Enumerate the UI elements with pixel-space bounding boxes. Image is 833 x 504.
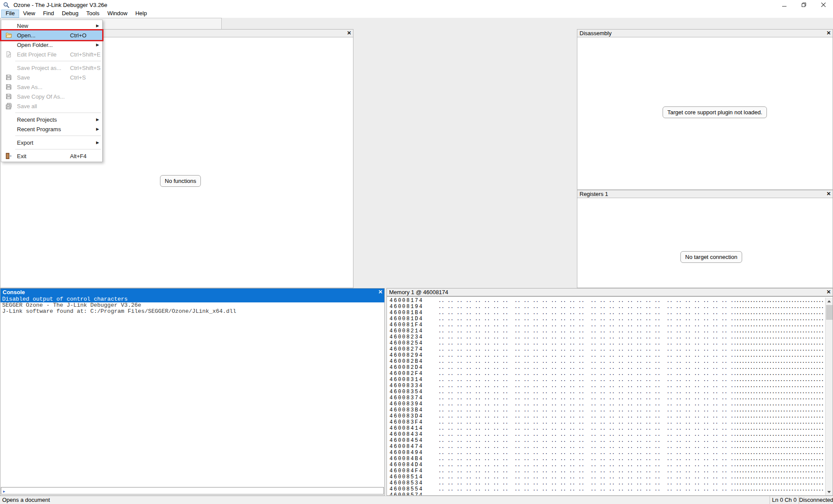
- memory-row[interactable]: 46008314.. .. .. .. .. .. .. .. .. .. ..…: [387, 377, 825, 383]
- memory-row[interactable]: 46008214.. .. .. .. .. .. .. .. .. .. ..…: [387, 328, 825, 334]
- memory-row[interactable]: 460082F4.. .. .. .. .. .. .. .. .. .. ..…: [387, 371, 825, 377]
- menu-item-open-folder[interactable]: Open Folder...▶: [1, 40, 102, 50]
- memory-scrollbar[interactable]: [825, 298, 833, 495]
- memory-hex-bytes: .. .. .. .. .. .. .. .. .. .. .. .. .. .…: [438, 425, 736, 431]
- memory-hex-bytes: .. .. .. .. .. .. .. .. .. .. .. .. .. .…: [438, 407, 736, 413]
- memory-row[interactable]: 46008254.. .. .. .. .. .. .. .. .. .. ..…: [387, 340, 825, 346]
- memory-row[interactable]: 46008514.. .. .. .. .. .. .. .. .. .. ..…: [387, 474, 825, 480]
- console-line[interactable]: J-Link software found at: C:/Program Fil…: [0, 308, 384, 315]
- console-panel-header: Console ✕: [0, 288, 384, 296]
- memory-row[interactable]: 460082D4.. .. .. .. .. .. .. .. .. .. ..…: [387, 365, 825, 371]
- memory-row[interactable]: 460084B4.. .. .. .. .. .. .. .. .. .. ..…: [387, 456, 825, 462]
- workspace: ✕ No functions Disassembly ✕ Target core…: [0, 18, 833, 496]
- menu-item-recent-projects[interactable]: Recent Projects▶: [1, 115, 102, 124]
- menu-item-label: Open Folder...: [17, 42, 53, 48]
- memory-address: 46008334: [387, 383, 438, 389]
- memory-address: 46008294: [387, 352, 438, 358]
- memory-ascii: ................................: [736, 340, 825, 346]
- memory-row[interactable]: 460082B4.. .. .. .. .. .. .. .. .. .. ..…: [387, 358, 825, 365]
- memory-row[interactable]: 46008274.. .. .. .. .. .. .. .. .. .. ..…: [387, 346, 825, 352]
- menubar-item-window[interactable]: Window: [103, 10, 131, 18]
- memory-hex-bytes: .. .. .. .. .. .. .. .. .. .. .. .. .. .…: [438, 358, 736, 365]
- menu-item-open[interactable]: Open...Ctrl+O: [1, 30, 102, 40]
- memory-row[interactable]: 46008394.. .. .. .. .. .. .. .. .. .. ..…: [387, 401, 825, 407]
- restore-button[interactable]: [794, 0, 813, 10]
- scrollbar-thumb[interactable]: [826, 305, 833, 320]
- title-bar: Ozone - The J-Link Debugger V3.26e: [0, 0, 833, 10]
- status-bar: Opens a document Ln 0 Ch 0 Disconnected: [0, 496, 833, 504]
- menu-separator: [1, 147, 102, 151]
- memory-hex-bytes: .. .. .. .. .. .. .. .. .. .. .. .. .. .…: [438, 401, 736, 407]
- memory-ascii: ................................: [736, 431, 825, 438]
- file-menu: New▶Open...Ctrl+OOpen Folder...▶Edit Pro…: [1, 20, 103, 162]
- memory-address: 46008494: [387, 450, 438, 456]
- memory-hex-bytes: .. .. .. .. .. .. .. .. .. .. .. .. .. .…: [438, 328, 736, 334]
- memory-address: 46008174: [387, 298, 438, 304]
- memory-row[interactable]: 46008294.. .. .. .. .. .. .. .. .. .. ..…: [387, 352, 825, 358]
- memory-address: 46008374: [387, 395, 438, 401]
- submenu-arrow-icon: ▶: [96, 43, 99, 47]
- memory-ascii: ................................: [736, 438, 825, 444]
- memory-row[interactable]: 46008174.. .. .. .. .. .. .. .. .. .. ..…: [387, 298, 825, 304]
- scroll-down-icon[interactable]: [826, 488, 833, 495]
- memory-address: 46008274: [387, 346, 438, 352]
- menu-item-new[interactable]: New▶: [1, 21, 102, 30]
- memory-row[interactable]: 460081F4.. .. .. .. .. .. .. .. .. .. ..…: [387, 322, 825, 328]
- menubar-item-debug[interactable]: Debug: [58, 10, 82, 18]
- memory-hex-bytes: .. .. .. .. .. .. .. .. .. .. .. .. .. .…: [438, 316, 736, 322]
- memory-row[interactable]: 46008574.. .. .. .. .. .. .. .. .. .. ..…: [387, 492, 825, 495]
- close-icon[interactable]: ✕: [826, 30, 831, 37]
- memory-address: 460083D4: [387, 413, 438, 419]
- menubar-item-tools[interactable]: Tools: [83, 10, 103, 18]
- memory-address: 46008474: [387, 444, 438, 450]
- minimize-button[interactable]: [774, 0, 794, 10]
- menu-item-export[interactable]: Export▶: [1, 138, 102, 147]
- menubar-item-help[interactable]: Help: [131, 10, 151, 18]
- memory-row[interactable]: 460084D4.. .. .. .. .. .. .. .. .. .. ..…: [387, 462, 825, 468]
- scroll-up-icon[interactable]: [826, 298, 833, 305]
- memory-row[interactable]: 46008194.. .. .. .. .. .. .. .. .. .. ..…: [387, 304, 825, 310]
- memory-ascii: ................................: [736, 377, 825, 383]
- memory-row[interactable]: 460081D4.. .. .. .. .. .. .. .. .. .. ..…: [387, 316, 825, 322]
- menu-item-exit[interactable]: ExitAlt+F4: [1, 151, 102, 161]
- memory-row[interactable]: 460083F4.. .. .. .. .. .. .. .. .. .. ..…: [387, 419, 825, 425]
- memory-hex-bytes: .. .. .. .. .. .. .. .. .. .. .. .. .. .…: [438, 383, 736, 389]
- no-icon: [3, 139, 14, 146]
- memory-row[interactable]: 46008554.. .. .. .. .. .. .. .. .. .. ..…: [387, 486, 825, 492]
- memory-row[interactable]: 46008494.. .. .. .. .. .. .. .. .. .. ..…: [387, 450, 825, 456]
- console-line[interactable]: SEGGER Ozone - The J-Link Debugger V3.26…: [0, 302, 384, 308]
- menu-item-save-copy-of-as: Save Copy Of As...: [1, 92, 102, 101]
- memory-hex-bytes: .. .. .. .. .. .. .. .. .. .. .. .. .. .…: [438, 431, 736, 438]
- memory-row[interactable]: 460083B4.. .. .. .. .. .. .. .. .. .. ..…: [387, 407, 825, 413]
- memory-row[interactable]: 46008474.. .. .. .. .. .. .. .. .. .. ..…: [387, 444, 825, 450]
- close-icon[interactable]: ✕: [826, 190, 831, 198]
- close-icon[interactable]: ✕: [347, 30, 351, 37]
- menubar-item-file[interactable]: File: [1, 10, 19, 18]
- memory-row[interactable]: 46008374.. .. .. .. .. .. .. .. .. .. ..…: [387, 395, 825, 401]
- memory-hex-bytes: .. .. .. .. .. .. .. .. .. .. .. .. .. .…: [438, 352, 736, 358]
- menubar-item-find[interactable]: Find: [39, 10, 58, 18]
- console-line[interactable]: Disabled output of control characters: [0, 296, 384, 302]
- memory-row[interactable]: 46008234.. .. .. .. .. .. .. .. .. .. ..…: [387, 334, 825, 340]
- menu-item-shortcut: Alt+F4: [70, 153, 87, 159]
- console-panel-title: Console: [3, 289, 25, 295]
- menubar-item-view[interactable]: View: [19, 10, 39, 18]
- memory-row[interactable]: 46008454.. .. .. .. .. .. .. .. .. .. ..…: [387, 438, 825, 444]
- close-button[interactable]: [813, 0, 833, 10]
- memory-row[interactable]: 46008414.. .. .. .. .. .. .. .. .. .. ..…: [387, 425, 825, 431]
- memory-row[interactable]: 460083D4.. .. .. .. .. .. .. .. .. .. ..…: [387, 413, 825, 419]
- memory-row[interactable]: 46008354.. .. .. .. .. .. .. .. .. .. ..…: [387, 389, 825, 395]
- memory-row[interactable]: 46008334.. .. .. .. .. .. .. .. .. .. ..…: [387, 383, 825, 389]
- console-command-input[interactable]: ▸: [1, 487, 384, 494]
- memory-row[interactable]: 460081B4.. .. .. .. .. .. .. .. .. .. ..…: [387, 310, 825, 316]
- menu-item-recent-programs[interactable]: Recent Programs▶: [1, 124, 102, 134]
- close-icon[interactable]: ✕: [826, 288, 831, 296]
- memory-hex-bytes: .. .. .. .. .. .. .. .. .. .. .. .. .. .…: [438, 377, 736, 383]
- close-icon[interactable]: ✕: [378, 288, 383, 296]
- memory-row[interactable]: 46008434.. .. .. .. .. .. .. .. .. .. ..…: [387, 431, 825, 438]
- memory-ascii: ................................: [736, 456, 825, 462]
- submenu-arrow-icon: ▶: [96, 127, 99, 131]
- memory-row[interactable]: 46008534.. .. .. .. .. .. .. .. .. .. ..…: [387, 480, 825, 486]
- memory-hex-bytes: .. .. .. .. .. .. .. .. .. .. .. .. .. .…: [438, 438, 736, 444]
- memory-row[interactable]: 460084F4.. .. .. .. .. .. .. .. .. .. ..…: [387, 468, 825, 474]
